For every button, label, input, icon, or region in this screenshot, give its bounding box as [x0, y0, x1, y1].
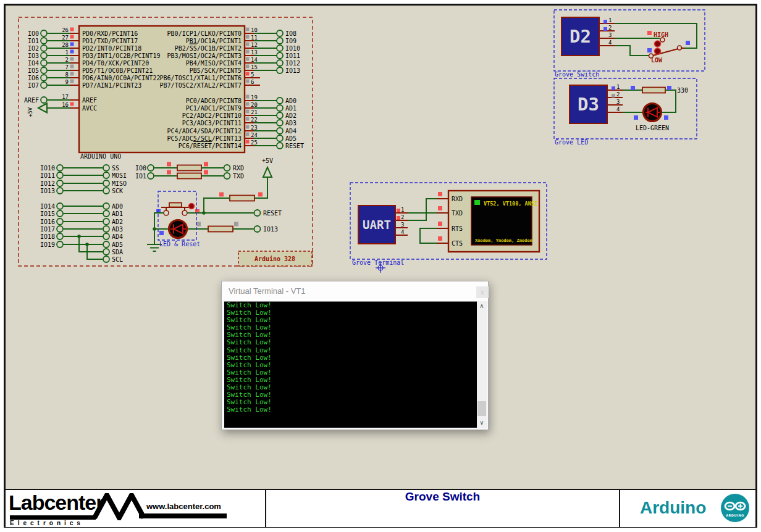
power-label-5v: +5V	[27, 107, 33, 117]
pin-number: 26	[62, 27, 69, 33]
terminal-label: IO0	[28, 30, 39, 37]
logo-cell: Labcenter www.labcenter.com Electronics	[6, 490, 265, 527]
pin-name: PB5/SCK/PCINT5	[190, 67, 242, 74]
terminal-label: AD5	[112, 241, 123, 248]
terminal-label: IO12	[40, 180, 55, 187]
labcenter-url: www.labcenter.com	[146, 502, 221, 511]
scroll-up-icon[interactable]: ∧	[477, 301, 487, 311]
grove-terminal-title: Grove Terminal	[352, 259, 404, 266]
pin-number: 10	[251, 27, 258, 33]
pin-name: PD5/T1/OC0B/PCINT21	[82, 67, 153, 74]
port-pin-label: RXD	[452, 196, 463, 202]
terminal-label: RESET	[263, 210, 282, 217]
logo-underline	[10, 515, 96, 520]
terminal-label: IO13	[263, 226, 278, 233]
terminal-wires	[408, 192, 448, 243]
document-title-cell: Grove Switch	[265, 490, 619, 527]
pin-number: 7	[65, 64, 69, 70]
terminal-label: RXD	[233, 165, 244, 172]
terminal-label: IO10	[40, 165, 55, 172]
pin-name: PC5/ADC5/SCL/PCINT13	[167, 135, 242, 142]
scrollbar-thumb[interactable]	[477, 401, 486, 416]
labcenter-logo: Labcenter	[9, 491, 104, 515]
pin-number: 16	[62, 102, 69, 108]
terminal-label: IO2	[28, 45, 39, 52]
pin-name: PD2/INT0/PCINT18	[82, 45, 141, 52]
pin-name: PC2/ADC2/PCINT10	[182, 112, 242, 119]
terminal-label: MISO	[112, 180, 127, 187]
pin-number: 4	[616, 106, 620, 112]
pin-name: PD0/RXD/PCINT16	[82, 30, 138, 37]
scrollbar[interactable]: ∧ ∨	[477, 301, 487, 428]
terminal-label: AD3	[285, 120, 296, 127]
pin-name: PC0/ADC0/PCINT8	[186, 98, 242, 104]
pin-number: 1	[401, 207, 404, 213]
close-button[interactable]: x	[476, 286, 489, 298]
pin-number: 3	[608, 32, 612, 38]
led-name-label: LED-GREEN	[636, 125, 669, 131]
pin-number: 3	[401, 222, 404, 228]
terminal-label: IO8	[285, 30, 296, 37]
terminal-label: SCK	[112, 188, 123, 194]
virtual-terminal-window: Virtual Terminal - VT1 x Switch Low! Swi…	[221, 281, 489, 430]
pin-name: PB3/MOSI/OC2A/PCINT3	[167, 52, 242, 59]
terminal-label: IO0	[135, 165, 146, 172]
window-titlebar[interactable]: Virtual Terminal - VT1 x	[222, 281, 488, 301]
terminal-label: SS	[112, 165, 119, 172]
button-toggle-icon[interactable]	[189, 204, 195, 209]
terminal-label: AD1	[285, 105, 296, 112]
scroll-down-icon[interactable]: ∨	[477, 418, 487, 428]
terminal-label: IO11	[285, 52, 300, 59]
terminal-line: Switch Low!	[224, 347, 477, 354]
terminal-label: IO12	[285, 60, 300, 67]
pin-number: 13	[251, 49, 258, 56]
pin-number: 28	[62, 42, 69, 48]
pin-number: 19	[251, 94, 258, 101]
serial-link-wires	[148, 162, 230, 180]
switch-high-label: HIGH	[654, 31, 668, 38]
pin-number: 1	[608, 17, 612, 23]
terminal-label: TXD	[233, 173, 244, 180]
logo-bar	[139, 513, 227, 518]
switch-toggle-down-icon[interactable]	[655, 48, 661, 54]
pin-name: PD4/T0/XCK/PCINT20	[82, 60, 149, 67]
pin-name: PD6/AIN0/OC0A/PCINT22	[82, 75, 160, 81]
pin-name: PC4/ADC4/SDA/PCINT12	[167, 128, 242, 135]
terminal-line: Switch Low!	[224, 406, 477, 414]
pin-name: AREF	[82, 97, 97, 104]
pin-number: 14	[251, 57, 258, 63]
pin-name: PB2/SS/OC1B/PCINT2	[175, 45, 242, 52]
pin-number: 2	[608, 25, 612, 31]
pin-number: 5	[251, 72, 254, 78]
terminal-label: AD2	[112, 218, 123, 225]
pin-name: PB6/TOSC1/XTAL1/PCINT6	[160, 75, 242, 81]
pin-name: PD1/TXD/PCINT17	[82, 38, 138, 44]
pin-number: 2	[616, 91, 620, 98]
pin-number: 3	[616, 99, 620, 105]
terminal-line: Switch Low!	[224, 354, 477, 362]
pin-number: 15	[251, 64, 258, 70]
pin-number: 22	[251, 117, 258, 123]
terminal-label: AREF	[24, 97, 39, 104]
terminal-label: AD4	[112, 233, 123, 240]
mcu-left-pin-wires	[38, 28, 79, 113]
terminal-label: IO17	[40, 226, 55, 233]
pin-number: 6	[251, 79, 254, 85]
power-label-5v: +5V	[262, 157, 273, 164]
terminal-screen-modes: VT52, VT100, ANSI	[484, 201, 537, 207]
switch-toggle-up-icon[interactable]	[655, 41, 661, 47]
pin-name: PC3/ADC3/PCINT11	[182, 120, 242, 127]
terminal-label: IO14	[40, 203, 55, 210]
pin-name: PB0/ICP1/CLKO/PCINT0	[167, 30, 242, 37]
terminal-label: SDA	[112, 249, 123, 256]
spi-header-wires	[57, 165, 109, 194]
pin-name: PD7/AIN1/PCINT23	[82, 82, 141, 89]
terminal-label: IO3	[28, 52, 39, 59]
connector-ref: UART	[363, 218, 391, 231]
group-label: LED & Reset	[159, 241, 200, 247]
terminal-label: IO6	[28, 75, 39, 81]
resistor-value: 330	[677, 87, 688, 94]
schematic-canvas: IO0 IO1 IO2 IO3 IO4 IO5 IO6 IO7 26 27 28…	[0, 0, 761, 532]
terminal-label: IO1	[135, 173, 146, 180]
pin-name: PB7/TOSC2/XTAL2/PCINT7	[160, 82, 242, 89]
